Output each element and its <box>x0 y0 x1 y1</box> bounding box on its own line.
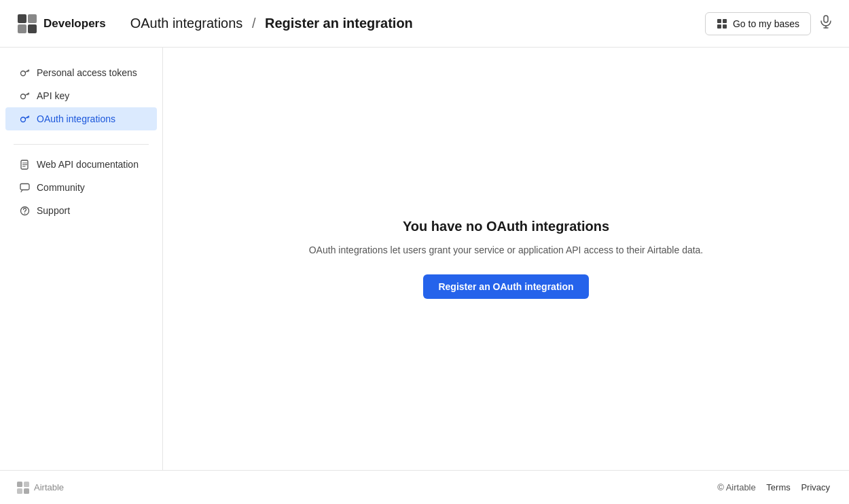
header-right: Go to my bases <box>705 12 833 35</box>
empty-state-title: You have no OAuth integrations <box>309 219 704 234</box>
svg-rect-0 <box>18 14 26 23</box>
svg-point-12 <box>20 94 25 98</box>
sidebar-divider <box>14 144 149 145</box>
empty-state-description: OAuth integrations let users grant your … <box>309 242 704 257</box>
svg-rect-5 <box>723 19 727 23</box>
main-content: You have no OAuth integrations OAuth int… <box>163 48 849 470</box>
sidebar-label-community: Community <box>37 182 85 193</box>
sidebar-label-personal-access-tokens: Personal access tokens <box>37 67 137 78</box>
sidebar-label-support: Support <box>37 205 70 216</box>
chat-icon <box>19 182 30 193</box>
header-left: Developers OAuth integrations / Register… <box>16 13 413 35</box>
key-icon <box>19 67 30 78</box>
sidebar-item-support[interactable]: Support <box>5 199 157 222</box>
footer-copyright: © Airtable <box>717 482 756 492</box>
svg-rect-23 <box>17 488 22 494</box>
key-icon-3 <box>19 113 30 124</box>
sidebar-label-api-key: API key <box>37 90 69 101</box>
svg-rect-24 <box>24 488 29 494</box>
svg-rect-4 <box>717 19 721 23</box>
sidebar-item-community[interactable]: Community <box>5 176 157 199</box>
goto-bases-button[interactable]: Go to my bases <box>705 12 811 35</box>
sidebar: Personal access tokens API key <box>0 48 163 470</box>
footer-terms-link[interactable]: Terms <box>766 482 790 492</box>
logo-text: Developers <box>43 17 106 31</box>
airtable-footer-logo-icon <box>16 481 30 494</box>
footer-logo-text: Airtable <box>34 482 64 492</box>
svg-rect-18 <box>20 183 29 190</box>
svg-rect-7 <box>723 24 727 29</box>
sidebar-item-api-key[interactable]: API key <box>5 84 157 107</box>
sidebar-auth-section: Personal access tokens API key <box>0 61 162 130</box>
svg-point-11 <box>20 71 25 75</box>
footer: Airtable © Airtable Terms Privacy <box>0 470 849 504</box>
key-icon-2 <box>19 90 30 101</box>
svg-rect-1 <box>28 14 37 23</box>
breadcrumb-separator: / <box>252 16 256 31</box>
svg-rect-8 <box>824 16 828 22</box>
empty-state: You have no OAuth integrations OAuth int… <box>309 219 704 298</box>
svg-rect-3 <box>28 24 37 33</box>
footer-logo: Airtable <box>16 481 64 494</box>
doc-icon <box>19 159 30 170</box>
developers-logo-icon <box>16 13 38 35</box>
help-icon <box>19 205 30 216</box>
svg-rect-21 <box>17 482 22 487</box>
sidebar-resources-section: Web API documentation Community <box>0 153 162 222</box>
svg-rect-2 <box>18 24 26 33</box>
grid-icon <box>717 18 727 29</box>
svg-rect-22 <box>24 482 29 487</box>
sidebar-item-oauth-integrations[interactable]: OAuth integrations <box>5 107 157 130</box>
header: Developers OAuth integrations / Register… <box>0 0 849 48</box>
svg-point-13 <box>20 117 25 122</box>
sidebar-item-web-api-docs[interactable]: Web API documentation <box>5 153 157 176</box>
footer-links: © Airtable Terms Privacy <box>717 482 833 492</box>
footer-privacy-link[interactable]: Privacy <box>801 482 830 492</box>
main-layout: Personal access tokens API key <box>0 48 849 470</box>
breadcrumb-parent: OAuth integrations <box>130 16 243 31</box>
breadcrumb-current: Register an integration <box>265 16 413 31</box>
svg-rect-6 <box>717 24 721 29</box>
header-breadcrumb: OAuth integrations / Register an integra… <box>130 16 413 31</box>
mic-icon[interactable] <box>819 15 833 32</box>
sidebar-label-web-api-docs: Web API documentation <box>37 159 139 170</box>
register-oauth-button[interactable]: Register an OAuth integration <box>423 274 588 299</box>
sidebar-label-oauth-integrations: OAuth integrations <box>37 113 115 124</box>
svg-point-20 <box>24 213 24 213</box>
goto-bases-label: Go to my bases <box>733 18 799 29</box>
sidebar-item-personal-access-tokens[interactable]: Personal access tokens <box>5 61 157 84</box>
logo-area[interactable]: Developers <box>16 13 106 35</box>
